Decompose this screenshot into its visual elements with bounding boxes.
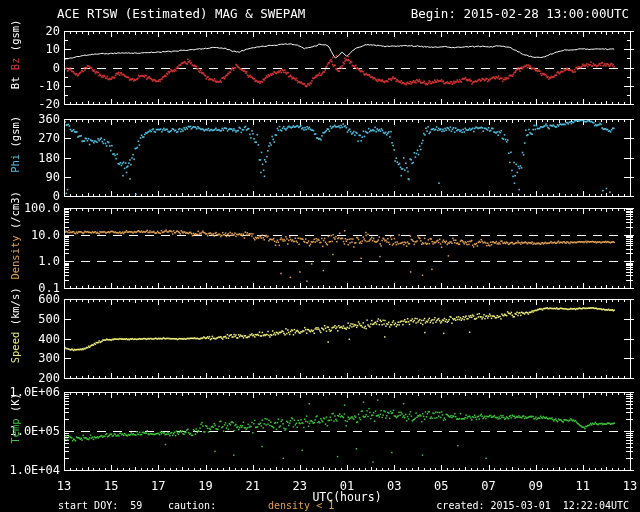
ylabel-part: (km/s) [9,287,21,331]
chart-canvas [0,0,640,512]
y-axis-label-phi: Phi (gsm) [0,116,33,198]
ylabel-part: (/cm3) [9,191,21,235]
ylabel-part: Bz [9,58,21,71]
plot-title: ACE RTSW (Estimated) MAG & SWEPAM [57,6,305,21]
ylabel-part: Bt [9,70,21,89]
y-axis-label-speed: Speed (km/s) [0,287,33,388]
begin-timestamp: Begin: 2015-02-28 13:00:00UTC [411,6,629,21]
ylabel-part: (gsm) [9,20,21,58]
y-axis-label-bt-bz: Bt Bz (gsm) [0,20,33,115]
ylabel-part: Density [9,235,21,279]
ylabel-part: (K) [9,393,21,418]
ylabel-part: Phi [9,154,21,173]
created-timestamp: created: 2015-03-01 12:22:04UTC [436,500,629,511]
y-axis-label-temp: Temp (K) [0,393,33,469]
start-doy-label: start DOY: 59 [58,500,142,511]
ace-rtsw-plot: ACE RTSW (Estimated) MAG & SWEPAM Begin:… [0,0,640,512]
ylabel-part: (gsm) [9,116,21,154]
ylabel-part: Temp [9,418,21,443]
caution-value: density < 1 [268,500,334,511]
caution-label: caution: [168,500,216,511]
ylabel-part: Speed [9,332,21,364]
